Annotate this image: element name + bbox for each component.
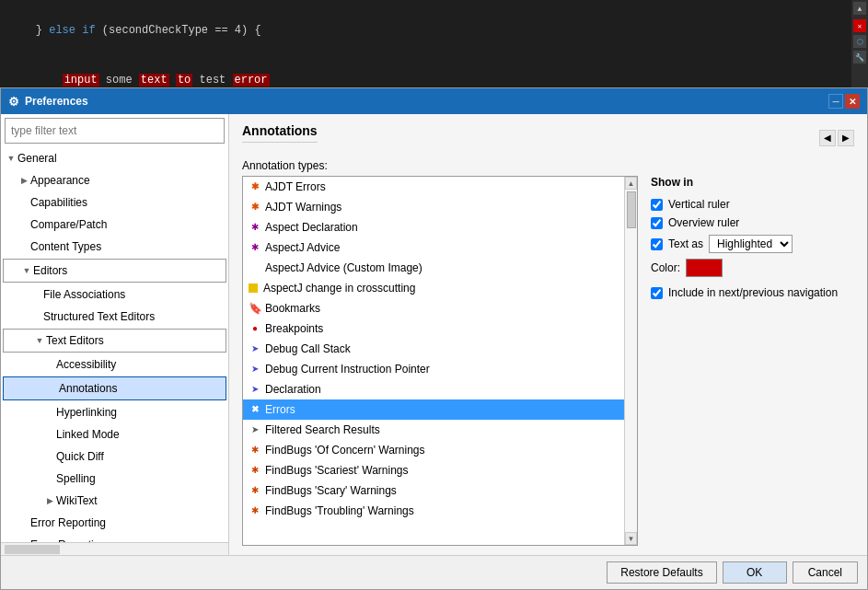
declaration-icon: ➤ — [249, 383, 261, 396]
ann-label-aspectj-advice: AspectJ Advice — [265, 239, 340, 256]
text-as-checkbox[interactable] — [651, 238, 663, 250]
minimize-button[interactable]: ─ — [828, 94, 843, 109]
preferences-dialog: ⚙ Preferences ─ ✕ ▼ General — [0, 87, 868, 590]
expand-icon-appearance: ▶ — [17, 172, 30, 189]
expand-icon-general: ▼ — [5, 150, 17, 167]
tree-label-editors: Editors — [33, 262, 67, 279]
ann-item-aspectj-cross[interactable]: AspectJ change in crosscutting — [243, 278, 637, 298]
tree-item-appearance[interactable]: ▶ Appearance — [1, 169, 228, 191]
findbugs-troubling-icon: ✱ — [249, 504, 261, 517]
tree-container: ▼ General ▶ Appearance Capabilities — [1, 147, 228, 542]
ann-item-findbugs-concern[interactable]: ✱ FindBugs 'Of Concern' Warnings — [243, 440, 637, 460]
tree-item-accessibility[interactable]: Accessibility — [1, 353, 228, 376]
tree-item-compare[interactable]: Compare/Patch — [1, 214, 228, 236]
tree-item-spelling[interactable]: Spelling — [1, 468, 228, 490]
ann-item-breakpoints[interactable]: ● Breakpoints — [243, 318, 637, 339]
restore-defaults-button[interactable]: Restore Defaults — [607, 561, 716, 584]
annotation-types-label: Annotation types: — [242, 159, 854, 172]
text-as-select[interactable]: Highlighted Box Underline — [709, 235, 793, 253]
tree-horizontal-scrollbar[interactable] — [1, 542, 228, 555]
tree-item-annotations[interactable]: Annotations — [3, 376, 226, 400]
annotations-layout: ✱ AJDT Errors ✱ AJDT Warnings ✱ Aspect D… — [242, 176, 854, 546]
code-tool-1[interactable]: ✕ — [853, 19, 866, 32]
gear-icon: ⚙ — [8, 95, 19, 109]
ann-label-findbugs-concern: FindBugs 'Of Concern' Warnings — [265, 442, 425, 458]
tree-item-linked-mode[interactable]: Linked Mode — [1, 423, 228, 445]
annotation-list-container: ✱ AJDT Errors ✱ AJDT Warnings ✱ Aspect D… — [242, 176, 638, 546]
vertical-ruler-row: Vertical ruler — [651, 198, 854, 211]
overview-ruler-label: Overview ruler — [668, 216, 739, 229]
h-scroll-thumb — [5, 545, 60, 554]
tree-item-text-editors[interactable]: ▼ Text Editors — [3, 329, 226, 353]
tree-item-error-reporting-2[interactable]: Error Reporting — [1, 534, 228, 542]
ann-item-aspectj-advice[interactable]: ✱ AspectJ Advice — [243, 237, 637, 258]
ann-item-findbugs-scary[interactable]: ✱ FindBugs 'Scary' Warnings — [243, 480, 637, 501]
show-in-title: Show in — [651, 176, 854, 189]
vertical-ruler-checkbox[interactable] — [651, 199, 663, 211]
tree-item-capabilities[interactable]: Capabilities — [1, 191, 228, 214]
ann-item-ajdt-errors[interactable]: ✱ AJDT Errors — [243, 177, 637, 197]
tree-item-structured[interactable]: Structured Text Editors — [1, 306, 228, 328]
ann-item-debug-pointer[interactable]: ➤ Debug Current Instruction Pointer — [243, 359, 637, 379]
text-as-row: Text as Highlighted Box Underline — [651, 235, 854, 253]
code-line-1: } else if (secondCheckType == 4) { — [9, 6, 859, 55]
dialog-titlebar: ⚙ Preferences ─ ✕ — [1, 88, 867, 114]
tree-item-editors[interactable]: ▼ Editors — [3, 259, 226, 283]
right-panel: Annotations ◀ ▶ Annotation types: ✱ AJDT… — [229, 114, 867, 555]
tree-label-text-editors: Text Editors — [46, 332, 104, 349]
ann-scroll-up-button[interactable]: ▲ — [625, 177, 637, 190]
scroll-up-icon[interactable]: ▲ — [853, 2, 866, 15]
tree-label-general: General — [17, 150, 57, 167]
ann-label-bookmarks: Bookmarks — [265, 300, 320, 317]
error-icon: ✖ — [249, 403, 261, 416]
highlight-error: error — [233, 74, 270, 87]
dialog-body: ▼ General ▶ Appearance Capabilities — [1, 114, 867, 555]
tree-item-wikitext[interactable]: ▶ WikiText — [1, 490, 228, 512]
tree-label-compare: Compare/Patch — [30, 216, 107, 233]
ann-item-findbugs-troubling[interactable]: ✱ FindBugs 'Troubling' Warnings — [243, 501, 637, 521]
tree-item-general[interactable]: ▼ General — [1, 147, 228, 169]
annotation-list-scrollbar: ▲ ▼ — [624, 177, 637, 545]
ann-item-findbugs-scariest[interactable]: ✱ FindBugs 'Scariest' Warnings — [243, 460, 637, 480]
expand-icon-wikitext: ▶ — [43, 492, 56, 509]
color-picker[interactable] — [686, 259, 723, 277]
include-nav-row: Include in next/previous navigation — [651, 286, 854, 299]
tree-item-quick-diff[interactable]: Quick Diff — [1, 445, 228, 468]
ann-item-debug-callstack[interactable]: ➤ Debug Call Stack — [243, 339, 637, 359]
ann-item-bookmarks[interactable]: 🔖 Bookmarks — [243, 298, 637, 318]
tree-label-wikitext: WikiText — [56, 492, 98, 509]
overview-ruler-checkbox[interactable] — [651, 217, 663, 229]
code-editor: } else if (secondCheckType == 4) { input… — [0, 0, 868, 92]
ann-item-declaration[interactable]: ➤ Declaration — [243, 379, 637, 399]
ann-item-ajdt-warnings[interactable]: ✱ AJDT Warnings — [243, 197, 637, 217]
nav-forward-button[interactable]: ▶ — [838, 130, 854, 146]
color-row: Color: — [651, 259, 854, 277]
cancel-button[interactable]: Cancel — [793, 561, 858, 584]
tree-label-accessibility: Accessibility — [56, 356, 116, 373]
dialog-footer: Restore Defaults OK Cancel — [1, 555, 867, 589]
expand-icon-text-editors: ▼ — [33, 332, 46, 349]
nav-back-button[interactable]: ◀ — [819, 130, 836, 146]
tree-item-content-types[interactable]: Content Types — [1, 236, 228, 258]
ann-item-errors[interactable]: ✖ Errors — [243, 399, 637, 420]
include-nav-checkbox[interactable] — [651, 287, 663, 299]
tree-item-hyperlinking[interactable]: Hyperlinking — [1, 401, 228, 423]
ann-scroll-down-button[interactable]: ▼ — [625, 532, 637, 545]
ann-scroll-thumb — [627, 191, 636, 228]
findbugs-scary-icon: ✱ — [249, 484, 261, 497]
ok-button[interactable]: OK — [723, 561, 787, 584]
filter-input[interactable] — [5, 118, 225, 144]
ann-label-ajdt-warnings: AJDT Warnings — [265, 199, 341, 215]
tree-label-quick-diff: Quick Diff — [56, 448, 104, 465]
code-scrollbar-icons: ▲ ✕ ⬡ 🔧 — [851, 0, 868, 91]
code-tool-3[interactable]: 🔧 — [853, 51, 866, 64]
close-button[interactable]: ✕ — [845, 94, 860, 109]
vertical-ruler-label: Vertical ruler — [668, 198, 730, 211]
ann-item-aspectj-custom[interactable]: AspectJ Advice (Custom Image) — [243, 258, 637, 278]
code-tool-2[interactable]: ⬡ — [853, 35, 866, 48]
tree-item-file-assoc[interactable]: File Associations — [1, 283, 228, 306]
ann-label-aspectj-custom: AspectJ Advice (Custom Image) — [265, 260, 422, 276]
ann-item-aspect-decl[interactable]: ✱ Aspect Declaration — [243, 217, 637, 237]
ann-item-filtered[interactable]: ➤ Filtered Search Results — [243, 420, 637, 440]
tree-item-error-reporting-1[interactable]: Error Reporting — [1, 512, 228, 534]
